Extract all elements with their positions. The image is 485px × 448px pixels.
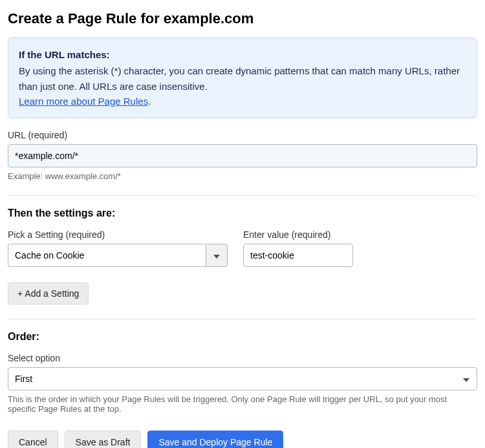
url-label: URL (required): [8, 130, 477, 140]
enter-value-label: Enter value (required): [243, 229, 353, 240]
enter-value-input[interactable]: [243, 244, 353, 267]
info-link[interactable]: Learn more about Page Rules: [19, 96, 148, 107]
settings-heading: Then the settings are:: [8, 208, 477, 219]
pick-setting-input[interactable]: [8, 244, 206, 267]
save-draft-button[interactable]: Save as Draft: [65, 431, 142, 448]
caret-down-icon: [213, 250, 220, 261]
divider: [8, 319, 477, 319]
pick-setting-dropdown-button[interactable]: [206, 244, 228, 267]
pick-setting-combo[interactable]: [8, 244, 228, 267]
order-select[interactable]: First: [8, 367, 477, 390]
pick-setting-label: Pick a Setting (required): [8, 229, 228, 240]
url-input[interactable]: [8, 144, 477, 167]
save-deploy-button[interactable]: Save and Deploy Page Rule: [147, 431, 283, 448]
add-setting-button[interactable]: + Add a Setting: [8, 283, 89, 304]
url-example: Example: www.example.com/*: [8, 171, 477, 181]
divider: [8, 195, 477, 196]
info-body: By using the asterisk (*) character, you…: [19, 65, 460, 91]
info-heading: If the URL matches:: [19, 47, 466, 62]
info-link-suffix: .: [148, 96, 151, 107]
page-title: Create a Page Rule for example.com: [8, 10, 477, 27]
order-heading: Order:: [8, 331, 477, 343]
order-select-label: Select option: [8, 353, 477, 363]
info-box: If the URL matches: By using the asteris…: [8, 37, 477, 118]
order-help: This is the order in which your Page Rul…: [8, 394, 477, 414]
cancel-button[interactable]: Cancel: [8, 431, 58, 448]
